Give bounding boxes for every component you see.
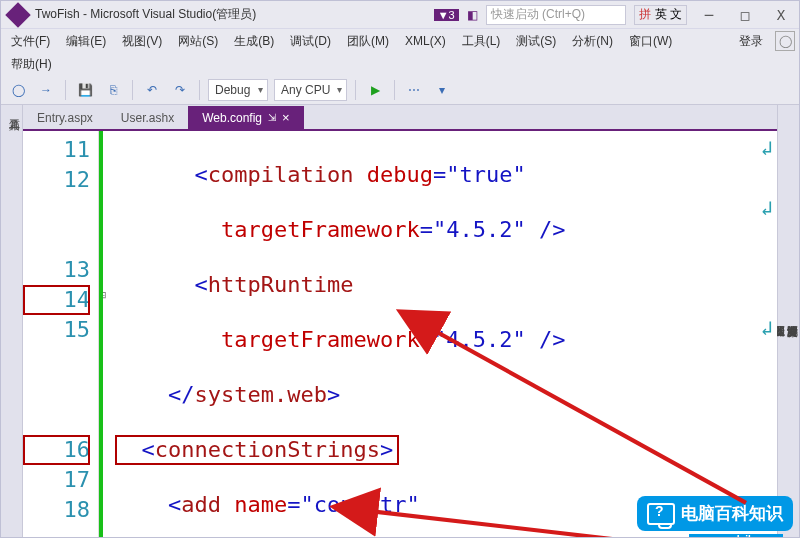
menubar: 文件(F) 编辑(E) 视图(V) 网站(S) 生成(B) 调试(D) 团队(M…: [1, 29, 799, 53]
menu-view[interactable]: 视图(V): [116, 31, 168, 52]
code-content[interactable]: <compilation debug="true" targetFramewor…: [115, 131, 777, 537]
close-button[interactable]: X: [767, 7, 795, 23]
login-button[interactable]: 登录: [731, 31, 771, 52]
change-indicator: [99, 131, 103, 537]
tab-user-ashx[interactable]: User.ashx: [107, 107, 188, 129]
nav-fwd-button[interactable]: →: [35, 79, 57, 101]
window-title: TwoFish - Microsoft Visual Studio(管理员): [35, 6, 256, 23]
menubar-row2: 帮助(H): [1, 53, 799, 75]
toolbar: ◯ → 💾 ⎘ ↶ ↷ Debug Any CPU ▶ ⋯ ▾: [1, 75, 799, 105]
config-combo[interactable]: Debug: [208, 79, 268, 101]
quick-launch-placeholder: 快速启动 (Ctrl+Q): [491, 6, 585, 23]
extra-tool-1[interactable]: ⋯: [403, 79, 425, 101]
menu-test[interactable]: 测试(S): [510, 31, 562, 52]
editor-wrap: Entry.aspx User.ashx Web.config ⇲ × 11 1…: [23, 105, 777, 537]
toolbox-panel-tab[interactable]: 工具箱: [1, 105, 23, 537]
watermark-url: www.pc-daily.com: [689, 534, 783, 538]
notification-count: 3: [449, 9, 455, 21]
tab-web-config[interactable]: Web.config ⇲ ×: [188, 106, 303, 129]
save-all-button[interactable]: ⎘: [102, 79, 124, 101]
watermark-badge: 电脑百科知识 www.pc-daily.com: [637, 496, 793, 531]
menu-edit[interactable]: 编辑(E): [60, 31, 112, 52]
extra-tool-2[interactable]: ▾: [431, 79, 453, 101]
right-panel-tabs: 解决方案资源管理器 团队资源管理器 属性: [777, 105, 799, 537]
maximize-button[interactable]: □: [731, 7, 759, 23]
titlebar: TwoFish - Microsoft Visual Studio(管理员) ▼…: [1, 1, 799, 29]
feedback-icon[interactable]: ◧: [467, 8, 478, 22]
menu-debug[interactable]: 调试(D): [284, 31, 337, 52]
config-value: Debug: [215, 83, 250, 97]
save-button[interactable]: 💾: [74, 79, 96, 101]
line-number: 17: [23, 465, 90, 495]
start-debug-button[interactable]: ▶: [364, 79, 386, 101]
file-tabs: Entry.aspx User.ashx Web.config ⇲ ×: [23, 105, 777, 131]
close-tab-icon[interactable]: ×: [282, 110, 290, 125]
platform-combo[interactable]: Any CPU: [274, 79, 347, 101]
vs-logo-icon: [5, 2, 30, 27]
line-number: 18: [23, 495, 90, 525]
code-editor[interactable]: 11 12 13 14 15 16 17 18 ⊟ <compilation d…: [23, 131, 777, 537]
ime-lang: 英 文: [655, 6, 682, 23]
tab-entry-aspx[interactable]: Entry.aspx: [23, 107, 107, 129]
line-number-highlight: 14: [23, 285, 90, 315]
menu-xml[interactable]: XML(X): [399, 32, 452, 50]
line-number: 11: [23, 135, 90, 165]
quick-launch-input[interactable]: 快速启动 (Ctrl+Q): [486, 5, 626, 25]
document-area: 工具箱 Entry.aspx User.ashx Web.config ⇲ × …: [1, 105, 799, 537]
pin-icon[interactable]: ⇲: [268, 112, 276, 123]
line-number-highlight: 16: [23, 435, 90, 465]
wrap-glyph-icon: ↲: [761, 313, 773, 343]
login-avatar-icon[interactable]: ◯: [775, 31, 795, 51]
menu-analyze[interactable]: 分析(N): [566, 31, 619, 52]
ime-indicator[interactable]: 拼 英 文: [634, 5, 687, 25]
line-number-gutter: 11 12 13 14 15 16 17 18: [23, 131, 99, 537]
tab-web-config-label: Web.config: [202, 111, 262, 125]
line-number: 15: [23, 315, 90, 345]
menu-window[interactable]: 窗口(W): [623, 31, 678, 52]
redo-button[interactable]: ↷: [169, 79, 191, 101]
minimize-button[interactable]: ─: [695, 7, 723, 23]
menu-build[interactable]: 生成(B): [228, 31, 280, 52]
nav-back-button[interactable]: ◯: [7, 79, 29, 101]
ime-hint: 拼: [639, 6, 651, 23]
monitor-icon: [647, 503, 675, 525]
wrap-glyph-icon: ↲: [761, 133, 773, 163]
menu-help[interactable]: 帮助(H): [5, 54, 58, 75]
watermark-brand: 电脑百科知识: [681, 502, 783, 525]
notification-badge[interactable]: ▼3: [434, 9, 459, 21]
line-number: 12: [23, 165, 90, 225]
menu-file[interactable]: 文件(F): [5, 31, 56, 52]
wrap-glyph-icon: ↲: [761, 193, 773, 223]
menu-website[interactable]: 网站(S): [172, 31, 224, 52]
menu-team[interactable]: 团队(M): [341, 31, 395, 52]
platform-value: Any CPU: [281, 83, 330, 97]
line-number: 13: [23, 255, 90, 285]
undo-button[interactable]: ↶: [141, 79, 163, 101]
menu-tools[interactable]: 工具(L): [456, 31, 507, 52]
